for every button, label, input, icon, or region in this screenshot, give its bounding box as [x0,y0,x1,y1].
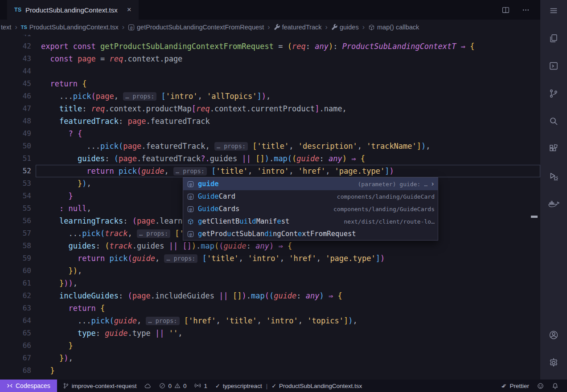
line-number[interactable]: 64 [0,314,36,327]
code-line-51[interactable]: 51 guides: (page.featuredTrack?.guides |… [0,152,540,165]
active-file-status-button[interactable]: ✓ ProductSubLandingContext.tsx [267,380,366,392]
search-icon[interactable] [543,110,564,132]
menu-icon[interactable] [543,0,564,21]
code-line-65[interactable]: 65 type: guide.type || '', [0,327,540,339]
breadcrumb-item-productsublandingcontext-tsx[interactable]: TSProductSubLandingContext.tsx [21,24,119,31]
suggestion-expand-chevron-icon[interactable]: › [431,180,435,188]
breadcrumb-separator: › [325,23,328,31]
line-number[interactable]: 63 [0,302,36,314]
line-number[interactable]: 57 [0,227,36,240]
settings-gear-icon[interactable] [543,352,564,373]
breadcrumb-item-guides[interactable]: guides [331,24,359,31]
suggestion-item[interactable]: getClientBuildManifestnext/dist/client/r… [183,215,438,228]
line-content: return pick(guide, … props: ['title', 'i… [36,165,540,177]
ports-button[interactable]: 1 [190,380,211,392]
problems-button[interactable]: 0 0 [155,380,190,392]
status-bar-right: ✓✓ Prettier [497,380,567,392]
code-line-58[interactable]: 58 guides: (track.guides || []).map((gui… [0,240,540,252]
code-editor[interactable]: 4142export const getProductSubLandingCon… [0,35,540,380]
extensions-icon[interactable] [543,138,564,159]
line-content: }), [36,265,540,277]
codespaces-remote-button[interactable]: Codespaces [0,380,57,392]
terminal-icon[interactable] [543,55,564,77]
line-number[interactable]: 41 [0,35,36,40]
line-content: title: req.context.productMap[req.contex… [36,102,540,115]
branch-label: improve-context-request [72,383,137,389]
line-number[interactable]: 62 [0,290,36,302]
breadcrumb-item-getproductsublandingcontextfromrequest[interactable]: @getProductSubLandingContextFromRequest [128,24,264,31]
code-line-46[interactable]: 46 ...pick(page, … props: ['intro', 'all… [0,90,540,102]
code-line-68[interactable]: 68 } [0,364,540,377]
line-number[interactable]: 44 [0,65,36,78]
code-line-45[interactable]: 45 return { [0,78,540,90]
code-line-42[interactable]: 42export const getProductSubLandingConte… [0,40,540,53]
code-line-47[interactable]: 47 title: req.context.productMap[req.con… [0,102,540,115]
tab-close-icon[interactable]: × [127,5,131,14]
line-number[interactable]: 50 [0,140,36,152]
line-number[interactable]: 45 [0,78,36,90]
line-number[interactable]: 67 [0,352,36,364]
explorer-files-icon[interactable] [543,28,564,49]
code-line-64[interactable]: 64 ...pick(guide, … props: ['href', 'tit… [0,314,540,327]
line-number[interactable]: 47 [0,102,36,115]
code-line-44[interactable]: 44 [0,65,540,78]
line-number[interactable]: 54 [0,190,36,202]
code-line-49[interactable]: 49 ? { [0,127,540,140]
run-debug-icon[interactable] [543,166,564,187]
line-number[interactable]: 51 [0,152,36,165]
notifications-bell-icon[interactable] [548,380,563,392]
code-line-52[interactable]: 52 return pick(guide, … props: ['title',… [0,165,540,177]
account-icon[interactable] [543,324,564,346]
git-branch-icon [63,383,69,389]
code-line-48[interactable]: 48 featuredTrack: page.featuredTrack [0,115,540,127]
line-number[interactable]: 49 [0,127,36,140]
suggestion-item[interactable]: @GuideCardcomponents/landing/GuideCard [183,190,438,203]
code-line-67[interactable]: 67 }), [0,352,540,364]
line-number[interactable]: 53 [0,177,36,190]
line-number[interactable]: 55 [0,202,36,215]
language-mode-button[interactable]: ✓ typescriptreact [211,380,266,392]
breadcrumb-item-map-callback[interactable]: map() callback [368,24,419,31]
source-control-icon[interactable] [543,83,564,104]
ts-file-icon: TS [21,24,27,30]
code-line-61[interactable]: 61 })), [0,277,540,290]
line-number[interactable]: 68 [0,364,36,377]
code-line-63[interactable]: 63 return { [0,302,540,314]
code-line-59[interactable]: 59 return pick(guide, … props: ['title',… [0,252,540,265]
breadcrumb-label: featuredTrack [282,24,322,31]
scrollbar-thumb[interactable] [531,216,538,218]
feedback-icon[interactable] [533,380,548,392]
line-number[interactable]: 43 [0,53,36,65]
sync-button[interactable] [140,380,155,392]
line-number[interactable]: 58 [0,240,36,252]
docker-icon[interactable] [543,193,564,215]
line-number[interactable]: 66 [0,339,36,352]
code-line-60[interactable]: 60 }), [0,265,540,277]
branch-button[interactable]: improve-context-request [59,380,141,392]
suggestion-item[interactable]: @getProductSubLandingContextFromRequest [183,228,438,240]
code-line-50[interactable]: 50 ...pick(page.featuredTrack, … props: … [0,140,540,152]
line-number[interactable]: 60 [0,265,36,277]
tab-productsublandingcontext[interactable]: TS ProductSubLandingContext.tsx × [7,0,139,20]
line-number[interactable]: 59 [0,252,36,265]
code-line-66[interactable]: 66 } [0,339,540,352]
split-editor-icon[interactable] [502,6,509,14]
code-line-62[interactable]: 62 includeGuides: (page.includeGuides ||… [0,290,540,302]
breadcrumb-item-text[interactable]: text [1,24,11,31]
editor-actions [502,0,540,20]
code-line-43[interactable]: 43 const page = req.context.page [0,53,540,65]
line-number[interactable]: 46 [0,90,36,102]
line-number[interactable]: 48 [0,115,36,127]
line-number[interactable]: 61 [0,277,36,290]
breadcrumb-label: getProductSubLandingContextFromRequest [137,24,264,31]
more-actions-icon[interactable] [522,6,530,14]
code-line-41[interactable]: 41 [0,35,540,40]
line-number[interactable]: 52 [0,165,36,177]
suggestion-item[interactable]: @guide(parameter) guide: …› [183,178,438,190]
breadcrumb-item-featuredtrack[interactable]: featuredTrack [274,24,322,31]
prettier-button[interactable]: ✓✓ Prettier [497,380,533,392]
line-number[interactable]: 65 [0,327,36,339]
line-number[interactable]: 56 [0,215,36,227]
line-number[interactable]: 42 [0,40,36,53]
suggestion-item[interactable]: @GuideCardscomponents/landing/GuideCards [183,203,438,215]
